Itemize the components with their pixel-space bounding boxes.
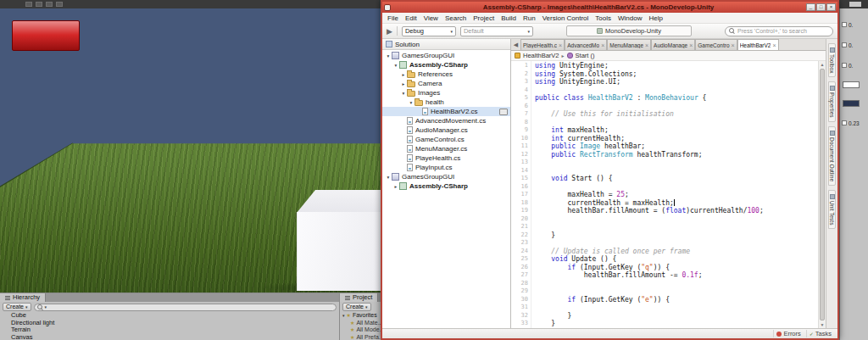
- hierarchy-search-input[interactable]: ▾: [34, 304, 337, 311]
- menu-edit[interactable]: Edit: [402, 14, 420, 22]
- code-line[interactable]: [535, 167, 818, 176]
- code-line[interactable]: if (Input.GetKey ("e")) {: [535, 296, 818, 304]
- side-tab-toolbox[interactable]: Toolbox: [828, 43, 836, 77]
- scroll-thumb[interactable]: [820, 69, 825, 320]
- inspector-field[interactable]: [842, 120, 847, 125]
- editor-scrollbar[interactable]: ▲ ▼: [818, 61, 826, 328]
- tab-close-icon[interactable]: ×: [772, 42, 776, 48]
- tree-item-playehealth-cs[interactable]: PlayeHealth.cs: [382, 153, 510, 163]
- tree-item-audiomanager-cs[interactable]: AudioManager.cs: [382, 125, 510, 135]
- global-search-input[interactable]: Press 'Control+,' to search: [725, 26, 833, 36]
- code-line[interactable]: void Start () {: [535, 175, 818, 183]
- code-line[interactable]: void Update () {: [535, 255, 818, 264]
- expander-icon[interactable]: ▾: [385, 175, 392, 180]
- menu-help[interactable]: Help: [645, 14, 665, 22]
- code-line[interactable]: public Image healthBar;: [535, 142, 818, 151]
- expander-icon[interactable]: ▾: [385, 53, 392, 59]
- inspector-field[interactable]: [842, 63, 847, 68]
- scene-view[interactable]: [0, 8, 381, 293]
- code-line[interactable]: [535, 103, 818, 111]
- inspector-field[interactable]: [842, 42, 847, 47]
- tree-item-assembly-csharp[interactable]: ▾Assembly-CSharp: [382, 60, 510, 70]
- tree-item-gamesgroupgui[interactable]: ▾GamesGroupGUI: [382, 51, 510, 60]
- code-area[interactable]: using UnityEngine;using System.Collectio…: [531, 61, 818, 328]
- menu-build[interactable]: Build: [498, 14, 520, 22]
- inspector-swatch[interactable]: [843, 100, 860, 107]
- menu-tools[interactable]: Tools: [592, 14, 615, 22]
- tree-item-gamecontrol-cs[interactable]: GameControl.cs: [382, 135, 510, 144]
- code-line[interactable]: using UnityEngine;: [535, 62, 818, 70]
- tree-item-playinput-cs[interactable]: PlayInput.cs: [382, 163, 510, 172]
- tree-item-healthbarv2-cs[interactable]: HealthBarV2.cs: [382, 107, 510, 116]
- code-line[interactable]: [535, 280, 818, 288]
- breadcrumb-member[interactable]: Start (): [576, 52, 595, 59]
- code-line[interactable]: [535, 86, 818, 95]
- code-line[interactable]: [535, 183, 818, 192]
- code-line[interactable]: [535, 304, 818, 312]
- code-line[interactable]: [535, 119, 818, 127]
- run-target-select[interactable]: Default ▾: [460, 26, 533, 36]
- scroll-up-icon[interactable]: ▲: [819, 61, 826, 68]
- tab-advancedmo[interactable]: AdvancedMo×: [565, 39, 607, 50]
- code-line[interactable]: currentHealth = maxHealth;: [535, 199, 818, 208]
- tab-project[interactable]: Project: [340, 293, 378, 302]
- hierarchy-item-terrain[interactable]: Terrain: [0, 326, 339, 334]
- code-line[interactable]: [535, 223, 818, 231]
- code-line[interactable]: healthBar.fillAmount -= 0.1f;: [535, 271, 818, 280]
- tab-hierarchy[interactable]: Hierarchy: [0, 293, 46, 302]
- code-line[interactable]: }: [535, 320, 818, 328]
- scale-tool-icon[interactable]: [56, 2, 63, 7]
- tasks-button[interactable]: ✓ Tasks: [806, 330, 834, 337]
- expander-icon[interactable]: ▾: [392, 63, 399, 68]
- inspector-swatch[interactable]: [843, 81, 860, 88]
- hierarchy-item-directional-light[interactable]: Directional light: [0, 320, 339, 327]
- create-button[interactable]: Create ▾: [3, 303, 31, 311]
- tab-close-icon[interactable]: ×: [601, 42, 604, 48]
- code-line[interactable]: maxHealth = 25;: [535, 191, 818, 199]
- expander-icon[interactable]: ▸: [400, 81, 407, 86]
- tab-healthbarv2[interactable]: HealthBarV2×: [737, 39, 779, 50]
- maximize-button[interactable]: □: [816, 3, 826, 11]
- menu-window[interactable]: Window: [615, 14, 645, 22]
- menu-run[interactable]: Run: [520, 14, 539, 22]
- tree-item-gamesgroupgui[interactable]: ▾GamesGroupGUI: [382, 172, 510, 181]
- code-line[interactable]: [535, 287, 818, 296]
- tab-gamecontro[interactable]: GameContro×: [695, 39, 737, 50]
- solution-pad-header[interactable]: Solution: [382, 39, 510, 50]
- title-bar[interactable]: Assembly-CSharp - Images\health\HealthBa…: [382, 2, 837, 13]
- run-button[interactable]: ▶: [387, 27, 392, 36]
- menu-search[interactable]: Search: [442, 14, 470, 22]
- create-button[interactable]: Create ▾: [342, 303, 371, 311]
- code-line[interactable]: using UnityEngine.UI;: [535, 78, 818, 86]
- code-line[interactable]: public class HealthBarV2 : MonoBehaviour…: [535, 94, 818, 103]
- code-line[interactable]: healthBar.fillAmount = (float)currentHea…: [535, 207, 818, 215]
- layers-dropdown[interactable]: [849, 2, 861, 7]
- code-line[interactable]: [535, 215, 818, 224]
- tree-item-menumanager-cs[interactable]: MenuManager.cs: [382, 144, 510, 153]
- expander-icon[interactable]: ▸: [392, 184, 399, 189]
- code-line[interactable]: [535, 239, 818, 248]
- expander-icon[interactable]: ▸: [400, 72, 407, 77]
- expander-icon[interactable]: ▾: [400, 91, 407, 96]
- tab-close-icon[interactable]: ×: [732, 42, 735, 48]
- cube[interactable]: [297, 212, 381, 291]
- breadcrumb-class[interactable]: HealthBarV2: [523, 52, 559, 59]
- tree-item-health[interactable]: ▾health: [382, 98, 510, 107]
- code-line[interactable]: }: [535, 231, 818, 240]
- code-line[interactable]: public RectTransform healthTransform;: [535, 151, 818, 159]
- tab-close-icon[interactable]: ×: [559, 42, 562, 48]
- side-tab-unit-tests[interactable]: Unit Tests: [828, 190, 836, 229]
- code-line[interactable]: if (Input.GetKey ("q")) {: [535, 264, 818, 272]
- rotate-tool-icon[interactable]: [46, 2, 53, 7]
- tree-item-assembly-csharp[interactable]: ▸Assembly-CSharp: [382, 181, 510, 191]
- tab-close-icon[interactable]: ×: [645, 42, 648, 48]
- minimize-button[interactable]: _: [806, 3, 815, 11]
- side-tab-document-outline[interactable]: Document Outline: [828, 126, 836, 186]
- hierarchy-item-canvas[interactable]: Canvas: [0, 334, 339, 340]
- tree-item-images[interactable]: ▾Images: [382, 88, 510, 98]
- tab-menumanage[interactable]: MenuManage×: [607, 39, 651, 50]
- inspector-field[interactable]: [842, 22, 847, 27]
- tree-item-advancedmovement-cs[interactable]: AdvancedMovement.cs: [382, 116, 510, 125]
- code-editor[interactable]: 1234567891011121314151617181920212223242…: [511, 61, 826, 328]
- close-button[interactable]: ×: [826, 3, 836, 11]
